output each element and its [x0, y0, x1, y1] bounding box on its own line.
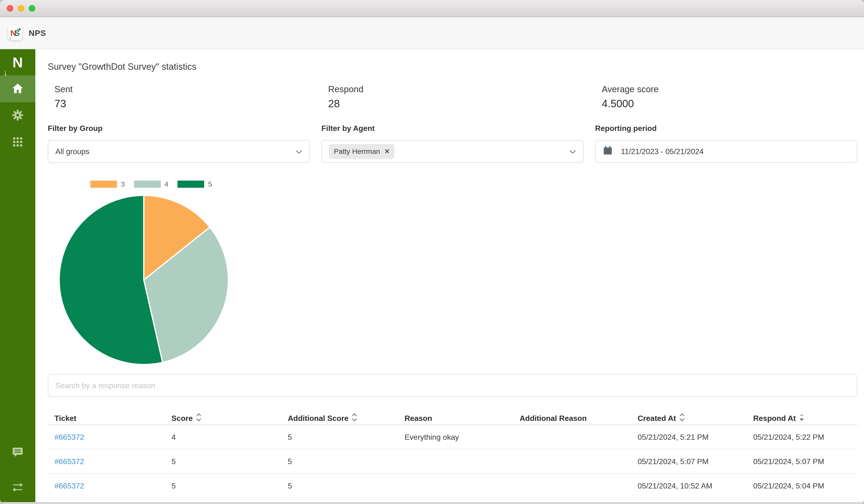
- legend-item-4[interactable]: 4: [134, 180, 169, 188]
- column-header-reason: Reason: [405, 414, 520, 423]
- table-row[interactable]: #665372 4 5 Everything okay 05/21/2024, …: [48, 425, 857, 449]
- chevron-down-icon: [569, 147, 576, 156]
- nps-app-logo: NS ➔ ↓: [8, 26, 22, 40]
- minimize-window-button[interactable]: [18, 5, 24, 12]
- ticket-link[interactable]: #665372: [55, 457, 84, 466]
- cell-created-at: 05/21/2024, 5:21 PM: [638, 433, 753, 442]
- sidebar-logo: N ↓: [0, 49, 35, 75]
- column-agent: Respond 28 Filter by Agent Patty Herrman…: [322, 84, 584, 163]
- stat-respond: Respond 28: [322, 84, 584, 110]
- legend-swatch-3: [90, 181, 117, 188]
- filter-group-label: Filter by Group: [48, 124, 310, 133]
- column-header-score[interactable]: Score: [171, 413, 288, 423]
- agent-select[interactable]: Patty Herrman ✕: [322, 140, 584, 163]
- legend-label-5: 5: [208, 180, 212, 188]
- group-select[interactable]: All groups: [48, 140, 310, 163]
- cell-additional-score: 5: [288, 482, 405, 490]
- column-header-additional-score[interactable]: Additional Score: [288, 413, 405, 423]
- reporting-period-label: Reporting period: [595, 124, 857, 133]
- sidebar-item-transfers[interactable]: [0, 475, 35, 501]
- app-window: NS ➔ ↓ NPS N ↓: [0, 0, 864, 504]
- stat-respond-value: 28: [328, 98, 584, 110]
- legend-swatch-4: [134, 181, 161, 188]
- score-pie-chart: [58, 194, 230, 366]
- sidebar-item-settings[interactable]: [0, 102, 35, 129]
- logo-arrow-right-icon: ➔: [17, 26, 21, 32]
- stat-average-value: 4.5000: [602, 98, 857, 110]
- sidebar-nav: N ↓: [0, 49, 35, 504]
- app-header: NS ➔ ↓ NPS: [0, 17, 864, 49]
- table-header-row: Ticket Score Additional Score Reason: [48, 412, 857, 425]
- cell-reason: Everything okay: [405, 433, 520, 442]
- group-select-value: All groups: [56, 147, 89, 156]
- chat-bubble-icon: [12, 446, 23, 459]
- calendar-icon: [603, 145, 613, 157]
- ticket-link[interactable]: #665372: [55, 433, 84, 441]
- column-header-ticket: Ticket: [55, 414, 171, 423]
- stat-average-label: Average score: [602, 84, 857, 94]
- page-title: Survey "GrowthDot Survey" statistics: [48, 62, 857, 72]
- responses-table: Ticket Score Additional Score Reason: [48, 412, 857, 498]
- zoom-window-button[interactable]: [29, 5, 35, 12]
- sort-icon: [680, 413, 685, 423]
- column-group: Sent 73 Filter by Group All groups: [48, 84, 310, 163]
- stat-sent: Sent 73: [48, 84, 310, 110]
- sidebar-item-apps[interactable]: [0, 129, 35, 156]
- agent-chip: Patty Herrman ✕: [329, 144, 395, 159]
- legend-label-3: 3: [121, 180, 125, 188]
- table-row[interactable]: #665372 5 5 05/21/2024, 10:52 AM 05/21/2…: [48, 474, 857, 498]
- search-input[interactable]: [48, 374, 857, 397]
- logo-arrow-down-icon: ↓: [9, 35, 11, 40]
- sort-icon: [196, 413, 201, 423]
- column-period: Average score 4.5000 Reporting period 11…: [595, 84, 857, 163]
- pie-legend: 3 4 5: [90, 180, 212, 188]
- logo-down-arrow-icon: ↓: [3, 68, 8, 77]
- cell-score: 5: [171, 482, 288, 490]
- remove-agent-chip-icon[interactable]: ✕: [384, 148, 390, 155]
- main-content: Survey "GrowthDot Survey" statistics Sen…: [35, 49, 864, 504]
- cell-additional-score: 5: [288, 457, 405, 466]
- agent-chip-label: Patty Herrman: [334, 147, 380, 156]
- sidebar-item-home[interactable]: [0, 75, 35, 102]
- cell-additional-score: 5: [288, 433, 405, 442]
- grid-dots-icon: [12, 136, 24, 149]
- sidebar-item-feedback[interactable]: [0, 439, 35, 466]
- cell-score: 5: [171, 457, 288, 466]
- stat-respond-label: Respond: [328, 84, 584, 94]
- column-header-created-at[interactable]: Created At: [638, 413, 753, 423]
- sort-active-icon: [799, 413, 804, 423]
- cell-created-at: 05/21/2024, 5:07 PM: [638, 457, 753, 466]
- reporting-period-input[interactable]: 11/21/2023 - 05/21/2024: [595, 140, 857, 163]
- stat-sent-label: Sent: [55, 84, 310, 94]
- cell-score: 4: [171, 433, 288, 442]
- table-row[interactable]: #665372 5 5 05/21/2024, 5:07 PM 05/21/20…: [48, 449, 857, 474]
- column-header-additional-reason: Additional Reason: [520, 414, 638, 423]
- column-header-respond-at[interactable]: Respond At: [753, 413, 857, 423]
- sort-icon: [352, 413, 357, 423]
- app-title: NPS: [29, 28, 46, 38]
- legend-item-3[interactable]: 3: [90, 180, 125, 188]
- stat-average: Average score 4.5000: [595, 84, 857, 110]
- gear-icon: [12, 109, 24, 122]
- close-window-button[interactable]: [7, 5, 13, 12]
- reporting-period-value: 11/21/2023 - 05/21/2024: [621, 147, 704, 156]
- legend-swatch-5: [178, 181, 204, 188]
- cell-respond-at: 05/21/2024, 5:22 PM: [753, 433, 857, 442]
- cell-respond-at: 05/21/2024, 5:07 PM: [753, 457, 857, 466]
- pie-svg: [58, 194, 230, 366]
- legend-label-4: 4: [165, 180, 169, 188]
- home-icon: [12, 83, 23, 95]
- cell-respond-at: 05/21/2024, 5:04 PM: [753, 482, 857, 490]
- transfer-arrows-icon: [11, 481, 24, 494]
- window-title-bar: [0, 0, 864, 17]
- chevron-down-icon: [296, 147, 302, 156]
- stat-sent-value: 73: [55, 98, 310, 110]
- stats-filters-grid: Sent 73 Filter by Group All groups Respo…: [48, 84, 857, 163]
- legend-item-5[interactable]: 5: [178, 180, 212, 188]
- ticket-link[interactable]: #665372: [55, 482, 84, 490]
- cell-created-at: 05/21/2024, 10:52 AM: [638, 482, 753, 490]
- filter-agent-label: Filter by Agent: [322, 124, 584, 133]
